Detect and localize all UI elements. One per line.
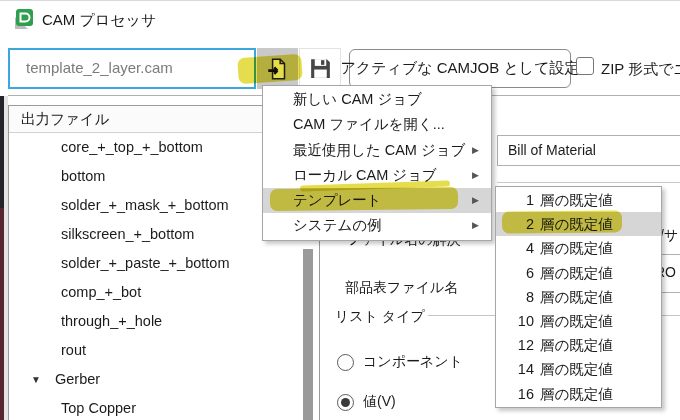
submenu-item-4-layer[interactable]: 4 層の既定値 bbox=[496, 236, 661, 260]
gerber-group-row[interactable]: ▼ Gerber bbox=[9, 365, 319, 394]
menu-item-label: ローカル CAM ジョブ bbox=[293, 167, 437, 183]
layer-default-label: 層の既定値 bbox=[540, 382, 613, 406]
menu-item-new-cam-job[interactable]: 新しい CAM ジョブ bbox=[263, 87, 491, 112]
submenu-arrow-icon: ▶ bbox=[472, 163, 479, 188]
radio-component-label: コンポーネント bbox=[363, 353, 463, 371]
submenu-item-1-layer[interactable]: 1 層の既定値 bbox=[496, 188, 661, 212]
submenu-item-16-layer[interactable]: 16 層の既定値 bbox=[496, 382, 661, 406]
output-file-item[interactable]: rout bbox=[9, 336, 319, 365]
menu-item-open-cam-file[interactable]: CAM ファイルを開く... bbox=[263, 112, 491, 137]
clipped-text-suffix: /サ bbox=[660, 227, 678, 245]
submenu-item-10-layer[interactable]: 10 層の既定値 bbox=[496, 309, 661, 333]
layer-count: 10 bbox=[512, 309, 534, 333]
radio-selected-dot bbox=[341, 398, 350, 407]
menu-item-system-examples[interactable]: システムの例 ▶ bbox=[263, 213, 491, 238]
set-active-camjob-button[interactable]: アクティブな CAMJOB として設定 bbox=[349, 49, 571, 88]
bom-title-field[interactable]: Bill of Material bbox=[497, 135, 680, 166]
layer-default-label: 層の既定値 bbox=[540, 309, 613, 333]
submenu-item-12-layer[interactable]: 12 層の既定値 bbox=[496, 333, 661, 357]
submenu-arrow-icon: ▶ bbox=[472, 213, 479, 238]
cam-filename-input[interactable]: template_2_layer.cam bbox=[8, 48, 256, 89]
submenu-arrow-icon: ▶ bbox=[472, 138, 479, 163]
layer-default-label: 層の既定値 bbox=[540, 333, 613, 357]
title-bar: CAM プロセッサ bbox=[0, 1, 680, 39]
radio-value-circle bbox=[337, 394, 354, 411]
list-type-label: リスト タイプ bbox=[335, 308, 425, 326]
window-title: CAM プロセッサ bbox=[42, 11, 156, 30]
layer-default-label: 層の既定値 bbox=[540, 261, 613, 285]
save-cam-button[interactable] bbox=[299, 48, 341, 89]
submenu-item-6-layer[interactable]: 6 層の既定値 bbox=[496, 261, 661, 285]
expand-arrow-icon[interactable]: ▼ bbox=[31, 365, 51, 394]
layer-count: 4 bbox=[512, 236, 534, 260]
submenu-item-8-layer[interactable]: 8 層の既定値 bbox=[496, 285, 661, 309]
menu-item-label: 最近使用した CAM ジョブ bbox=[293, 142, 465, 158]
layer-default-label: 層の既定値 bbox=[540, 285, 613, 309]
radio-component-circle bbox=[337, 354, 354, 371]
menu-item-recent-cam-jobs[interactable]: 最近使用した CAM ジョブ ▶ bbox=[263, 138, 491, 163]
layer-count: 8 bbox=[512, 285, 534, 309]
save-icon bbox=[308, 56, 333, 81]
layer-count: 16 bbox=[512, 382, 534, 406]
highlighter-mark-open-button bbox=[237, 54, 303, 84]
radio-component[interactable]: コンポーネント bbox=[337, 353, 463, 371]
layer-count: 6 bbox=[512, 261, 534, 285]
highlighter-mark-template bbox=[270, 187, 458, 211]
layer-default-label: 層の既定値 bbox=[540, 188, 613, 212]
menu-item-label: システムの例 bbox=[293, 217, 382, 233]
highlighter-mark-2-layer bbox=[502, 210, 622, 233]
layer-default-label: 層の既定値 bbox=[540, 236, 613, 260]
cam-processor-window: CAM プロセッサ template_2_layer.cam アクティブな CA… bbox=[0, 0, 680, 420]
output-file-item[interactable]: through_+_hole bbox=[9, 307, 319, 336]
layer-count: 14 bbox=[512, 357, 534, 381]
output-file-item[interactable]: comp_+_bot bbox=[9, 278, 319, 307]
zip-export-checkbox[interactable] bbox=[576, 57, 594, 75]
layer-default-label: 層の既定値 bbox=[540, 357, 613, 381]
layer-count: 1 bbox=[512, 188, 534, 212]
submenu-arrow-icon: ▶ bbox=[472, 188, 479, 213]
output-file-item[interactable]: solder_+_paste_+_bottom bbox=[9, 249, 319, 278]
layer-count: 12 bbox=[512, 333, 534, 357]
panel-scrollbar-thumb[interactable] bbox=[303, 249, 313, 420]
zip-export-label: ZIP 形式でエ bbox=[601, 60, 680, 79]
radio-value[interactable]: 値(V) bbox=[337, 393, 396, 411]
section-rule bbox=[497, 182, 680, 183]
cam-app-icon bbox=[12, 8, 34, 30]
radio-value-label: 値(V) bbox=[363, 393, 396, 411]
cam-job-dropdown-menu: 新しい CAM ジョブ CAM ファイルを開く... 最近使用した CAM ジョ… bbox=[262, 85, 492, 241]
submenu-item-14-layer[interactable]: 14 層の既定値 bbox=[496, 357, 661, 381]
output-file-item[interactable]: Top Copper bbox=[9, 394, 319, 420]
bom-filename-label: 部品表ファイル名 bbox=[345, 279, 458, 297]
gerber-group-label: Gerber bbox=[55, 371, 100, 387]
